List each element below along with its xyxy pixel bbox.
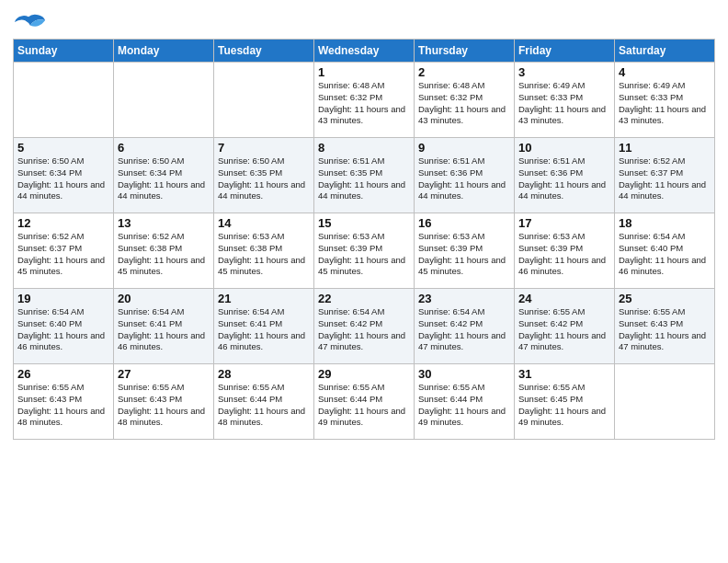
weekday-header-thursday: Thursday [415,40,515,63]
day-number: 23 [418,292,510,305]
day-info: Sunrise: 6:49 AM Sunset: 6:33 PM Dayligh… [518,80,610,127]
day-info: Sunrise: 6:51 AM Sunset: 6:36 PM Dayligh… [518,155,610,202]
day-info: Sunrise: 6:54 AM Sunset: 6:42 PM Dayligh… [418,306,510,353]
calendar-cell: 7Sunrise: 6:50 AM Sunset: 6:35 PM Daylig… [214,138,314,213]
calendar-cell: 18Sunrise: 6:54 AM Sunset: 6:40 PM Dayli… [615,213,715,289]
day-info: Sunrise: 6:54 AM Sunset: 6:40 PM Dayligh… [619,231,711,278]
calendar-cell: 11Sunrise: 6:52 AM Sunset: 6:37 PM Dayli… [615,138,715,213]
day-number: 19 [17,292,109,305]
weekday-header-monday: Monday [114,40,214,63]
header [13,9,715,33]
day-info: Sunrise: 6:52 AM Sunset: 6:37 PM Dayligh… [619,155,711,202]
day-number: 11 [619,141,711,155]
calendar-cell: 24Sunrise: 6:55 AM Sunset: 6:42 PM Dayli… [515,289,615,364]
day-info: Sunrise: 6:53 AM Sunset: 6:39 PM Dayligh… [318,231,410,278]
day-number: 5 [17,141,109,155]
calendar-cell: 9Sunrise: 6:51 AM Sunset: 6:36 PM Daylig… [415,138,515,213]
day-number: 6 [118,141,210,155]
calendar-cell [615,364,715,440]
day-info: Sunrise: 6:51 AM Sunset: 6:36 PM Dayligh… [418,155,510,202]
day-number: 21 [218,292,310,305]
day-info: Sunrise: 6:55 AM Sunset: 6:44 PM Dayligh… [218,382,310,429]
day-info: Sunrise: 6:52 AM Sunset: 6:38 PM Dayligh… [118,231,210,278]
calendar-cell: 26Sunrise: 6:55 AM Sunset: 6:43 PM Dayli… [14,364,114,440]
logo [13,9,48,33]
day-info: Sunrise: 6:50 AM Sunset: 6:34 PM Dayligh… [118,155,210,202]
day-info: Sunrise: 6:54 AM Sunset: 6:42 PM Dayligh… [318,306,410,353]
page: SundayMondayTuesdayWednesdayThursdayFrid… [0,0,728,563]
day-number: 12 [17,216,109,230]
calendar-cell: 19Sunrise: 6:54 AM Sunset: 6:40 PM Dayli… [14,289,114,364]
day-number: 9 [418,141,510,155]
calendar-cell: 20Sunrise: 6:54 AM Sunset: 6:41 PM Dayli… [114,289,214,364]
day-number: 22 [318,292,410,305]
calendar-cell: 28Sunrise: 6:55 AM Sunset: 6:44 PM Dayli… [214,364,314,440]
day-number: 18 [619,216,711,230]
day-number: 28 [218,367,310,381]
weekday-header-row: SundayMondayTuesdayWednesdayThursdayFrid… [14,40,715,63]
calendar-cell: 4Sunrise: 6:49 AM Sunset: 6:33 PM Daylig… [615,63,715,138]
day-info: Sunrise: 6:55 AM Sunset: 6:43 PM Dayligh… [118,382,210,429]
day-info: Sunrise: 6:48 AM Sunset: 6:32 PM Dayligh… [318,80,410,127]
calendar-cell: 15Sunrise: 6:53 AM Sunset: 6:39 PM Dayli… [314,213,415,289]
calendar-table: SundayMondayTuesdayWednesdayThursdayFrid… [13,39,715,440]
weekday-header-friday: Friday [515,40,615,63]
day-info: Sunrise: 6:49 AM Sunset: 6:33 PM Dayligh… [619,80,711,127]
calendar-week-row: 1Sunrise: 6:48 AM Sunset: 6:32 PM Daylig… [14,63,715,138]
logo-bird-icon [13,13,46,33]
day-info: Sunrise: 6:55 AM Sunset: 6:43 PM Dayligh… [619,306,711,353]
day-info: Sunrise: 6:55 AM Sunset: 6:45 PM Dayligh… [518,382,610,429]
calendar-cell: 25Sunrise: 6:55 AM Sunset: 6:43 PM Dayli… [615,289,715,364]
calendar-week-row: 19Sunrise: 6:54 AM Sunset: 6:40 PM Dayli… [14,289,715,364]
calendar-cell: 16Sunrise: 6:53 AM Sunset: 6:39 PM Dayli… [415,213,515,289]
calendar-cell: 29Sunrise: 6:55 AM Sunset: 6:44 PM Dayli… [314,364,415,440]
day-number: 7 [218,141,310,155]
day-info: Sunrise: 6:53 AM Sunset: 6:38 PM Dayligh… [218,231,310,278]
day-number: 26 [17,367,109,381]
day-info: Sunrise: 6:53 AM Sunset: 6:39 PM Dayligh… [518,231,610,278]
calendar-cell: 13Sunrise: 6:52 AM Sunset: 6:38 PM Dayli… [114,213,214,289]
day-number: 25 [619,292,711,305]
calendar-cell [114,63,214,138]
day-number: 29 [318,367,410,381]
calendar-cell: 5Sunrise: 6:50 AM Sunset: 6:34 PM Daylig… [14,138,114,213]
day-number: 15 [318,216,410,230]
calendar-cell: 23Sunrise: 6:54 AM Sunset: 6:42 PM Dayli… [415,289,515,364]
day-number: 10 [518,141,610,155]
weekday-header-saturday: Saturday [615,40,715,63]
calendar-cell: 27Sunrise: 6:55 AM Sunset: 6:43 PM Dayli… [114,364,214,440]
day-number: 2 [418,65,510,79]
calendar-cell: 31Sunrise: 6:55 AM Sunset: 6:45 PM Dayli… [515,364,615,440]
weekday-header-sunday: Sunday [14,40,114,63]
calendar-cell [214,63,314,138]
day-info: Sunrise: 6:55 AM Sunset: 6:42 PM Dayligh… [518,306,610,353]
day-info: Sunrise: 6:55 AM Sunset: 6:43 PM Dayligh… [17,382,109,429]
weekday-header-tuesday: Tuesday [214,40,314,63]
calendar-cell: 12Sunrise: 6:52 AM Sunset: 6:37 PM Dayli… [14,213,114,289]
calendar-week-row: 12Sunrise: 6:52 AM Sunset: 6:37 PM Dayli… [14,213,715,289]
day-info: Sunrise: 6:54 AM Sunset: 6:40 PM Dayligh… [17,306,109,353]
day-number: 30 [418,367,510,381]
day-number: 3 [518,65,610,79]
weekday-header-wednesday: Wednesday [314,40,415,63]
day-number: 13 [118,216,210,230]
day-number: 17 [518,216,610,230]
day-info: Sunrise: 6:51 AM Sunset: 6:35 PM Dayligh… [318,155,410,202]
calendar-cell: 21Sunrise: 6:54 AM Sunset: 6:41 PM Dayli… [214,289,314,364]
calendar-cell: 8Sunrise: 6:51 AM Sunset: 6:35 PM Daylig… [314,138,415,213]
day-info: Sunrise: 6:53 AM Sunset: 6:39 PM Dayligh… [418,231,510,278]
day-number: 16 [418,216,510,230]
day-info: Sunrise: 6:50 AM Sunset: 6:34 PM Dayligh… [17,155,109,202]
calendar-cell: 22Sunrise: 6:54 AM Sunset: 6:42 PM Dayli… [314,289,415,364]
calendar-cell: 3Sunrise: 6:49 AM Sunset: 6:33 PM Daylig… [515,63,615,138]
day-number: 27 [118,367,210,381]
calendar-week-row: 26Sunrise: 6:55 AM Sunset: 6:43 PM Dayli… [14,364,715,440]
day-number: 1 [318,65,410,79]
calendar-week-row: 5Sunrise: 6:50 AM Sunset: 6:34 PM Daylig… [14,138,715,213]
calendar-cell [14,63,114,138]
day-info: Sunrise: 6:54 AM Sunset: 6:41 PM Dayligh… [218,306,310,353]
calendar-cell: 14Sunrise: 6:53 AM Sunset: 6:38 PM Dayli… [214,213,314,289]
day-number: 24 [518,292,610,305]
calendar-cell: 2Sunrise: 6:48 AM Sunset: 6:32 PM Daylig… [415,63,515,138]
calendar-cell: 6Sunrise: 6:50 AM Sunset: 6:34 PM Daylig… [114,138,214,213]
